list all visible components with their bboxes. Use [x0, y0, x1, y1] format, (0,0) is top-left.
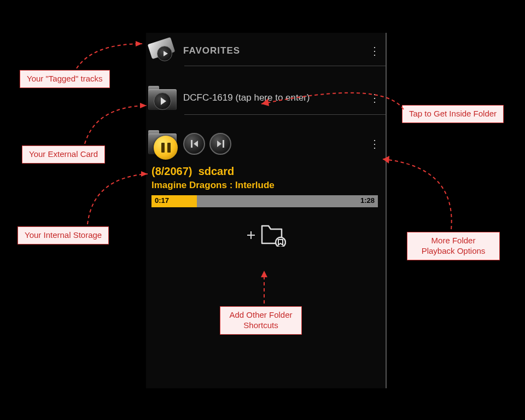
- playing-menu-icon[interactable]: ⋮: [369, 137, 380, 150]
- annotation-tagged: Your "Tagged" tracks: [20, 70, 110, 88]
- bookmark-folder-icon: [260, 224, 286, 247]
- favorites-label: FAVORITES: [183, 45, 369, 56]
- progress-bar[interactable]: 0:17 1:28: [151, 195, 378, 207]
- divider: [184, 114, 386, 115]
- prev-track-button[interactable]: [183, 133, 205, 155]
- playing-info: (8/2067) sdcard Imagine Dragons : Interl…: [146, 162, 386, 191]
- folder-menu-icon[interactable]: ⋮: [369, 91, 380, 104]
- annotation-options: More Folder Playback Options: [407, 232, 500, 260]
- pause-icon: [161, 143, 171, 153]
- svg-marker-3: [136, 41, 142, 46]
- time-current: 0:17: [155, 196, 169, 205]
- pause-button[interactable]: [154, 136, 178, 160]
- svg-point-2: [276, 237, 285, 247]
- app-screen: FAVORITES ⋮ DCFC-1619 (tap here to enter…: [146, 33, 387, 388]
- arrow-external: [82, 101, 153, 148]
- annotation-external: Your External Card: [22, 145, 105, 164]
- annotation-inside: Tap to Get Inside Folder: [402, 105, 504, 123]
- favorites-folder-icon: [146, 39, 179, 62]
- divider: [184, 66, 386, 66]
- playing-folder-icon: [146, 129, 179, 159]
- track-title: Imagine Dragons : Interlude: [151, 180, 378, 191]
- arrow-internal: [85, 170, 156, 230]
- favorites-row[interactable]: FAVORITES ⋮: [146, 33, 386, 66]
- add-folder-shortcut-button[interactable]: [146, 224, 386, 247]
- arrow-options: [380, 156, 473, 238]
- annotation-addshortcuts: Add Other Folder Shortcuts: [220, 306, 302, 335]
- arrow-tagged: [74, 41, 150, 74]
- favorites-menu-icon[interactable]: ⋮: [369, 44, 380, 57]
- folder-icon: [146, 85, 179, 111]
- now-playing-row: ⋮: [146, 126, 386, 162]
- annotation-internal: Your Internal Storage: [18, 226, 109, 244]
- folder-label: DCFC-1619 (tap here to enter): [183, 92, 369, 103]
- folder-row-dcfc[interactable]: DCFC-1619 (tap here to enter) ⋮: [146, 81, 386, 114]
- skip-prev-icon: [191, 140, 198, 148]
- skip-next-icon: [217, 140, 224, 148]
- time-total: 1:28: [360, 196, 375, 205]
- playing-folder-name: sdcard: [199, 165, 235, 177]
- next-track-button[interactable]: [209, 133, 231, 155]
- plus-icon: [246, 230, 256, 241]
- track-count: (8/2067): [151, 165, 192, 177]
